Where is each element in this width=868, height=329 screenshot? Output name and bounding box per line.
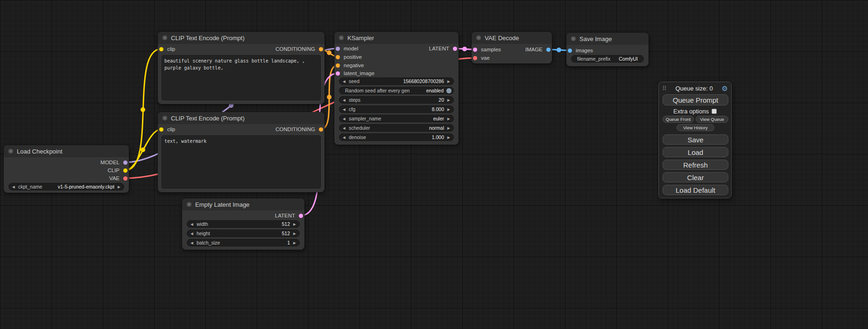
widget-left-arrow-icon[interactable]: ◀ — [187, 239, 197, 246]
latent-output-dot[interactable] — [299, 214, 303, 218]
input-slot-label: clip — [167, 126, 175, 132]
vae-output-dot[interactable] — [123, 176, 127, 181]
widget-right-arrow-icon[interactable]: ▶ — [444, 115, 453, 122]
clip-input-dot[interactable] — [159, 127, 163, 132]
node-collapse-dot[interactable] — [162, 116, 167, 120]
output-slot-label: LATENT — [429, 46, 449, 51]
negative-input-dot[interactable] — [336, 63, 340, 68]
node-collapse-dot[interactable] — [8, 149, 13, 154]
images-input-dot[interactable] — [568, 49, 572, 53]
widget-value: normal — [429, 125, 444, 131]
widget-left-arrow-icon[interactable]: ◀ — [339, 106, 349, 113]
node-title: Empty Latent Image — [195, 201, 249, 208]
widget-right-arrow-icon[interactable]: ▶ — [444, 78, 453, 85]
negative-prompt-textarea[interactable]: text, watermark — [162, 135, 321, 189]
model-input-dot[interactable] — [336, 47, 340, 51]
output-slot-label: MODEL — [100, 160, 120, 165]
widget-value: 512 — [282, 231, 290, 236]
widget-right-arrow-icon[interactable]: ▶ — [444, 97, 453, 104]
view-queue-button[interactable]: View Queue — [696, 116, 728, 123]
refresh-button[interactable]: Refresh — [663, 160, 728, 170]
ckpt-name-widget[interactable]: ◀ ckpt_name v1-5-pruned-emaonly.ckpt ▶ — [8, 183, 124, 190]
positive-prompt-textarea[interactable]: beautiful scenery nature glass bottle la… — [162, 55, 321, 100]
batch-size-widget[interactable]: ◀ batch_size 1 ▶ — [187, 239, 300, 246]
widget-left-arrow-icon[interactable]: ◀ — [339, 115, 349, 122]
node-title-bar[interactable]: CLIP Text Encode (Prompt) — [158, 112, 325, 124]
drag-handle-icon[interactable]: ⠿ — [662, 85, 667, 92]
widget-left-arrow-icon[interactable]: ◀ — [187, 221, 197, 228]
seed-widget[interactable]: ◀ seed 156680208700286 ▶ — [339, 77, 454, 85]
node-collapse-dot[interactable] — [162, 35, 167, 40]
node-collapse-dot[interactable] — [571, 36, 576, 41]
settings-gear-icon[interactable]: ⚙ — [722, 85, 728, 92]
node-clip-text-encode-positive[interactable]: CLIP Text Encode (Prompt) clip CONDITION… — [158, 32, 325, 104]
random-seed-toggle-widget[interactable]: Random seed after every gen enabled — [339, 87, 454, 94]
image-output-dot[interactable] — [546, 48, 550, 52]
node-collapse-dot[interactable] — [187, 202, 191, 207]
sampler-name-widget[interactable]: ◀ sampler_name euler ▶ — [339, 115, 454, 122]
widget-left-arrow-icon[interactable]: ◀ — [339, 78, 349, 85]
widget-right-arrow-icon[interactable]: ▶ — [290, 230, 299, 237]
queue-prompt-button[interactable]: Queue Prompt — [663, 94, 728, 105]
node-title-bar[interactable]: Save Image — [566, 33, 649, 45]
clip-input-dot[interactable] — [159, 47, 163, 51]
node-title-bar[interactable]: VAE Decode — [472, 32, 552, 44]
node-title-bar[interactable]: Load Checkpoint — [4, 145, 129, 157]
load-button[interactable]: Load — [663, 147, 728, 157]
widget-right-arrow-icon[interactable]: ▶ — [290, 239, 299, 246]
view-history-button[interactable]: View History — [677, 124, 714, 131]
node-title-bar[interactable]: KSampler — [334, 32, 459, 44]
node-ksampler[interactable]: KSampler model LATENT positive negative … — [334, 32, 459, 145]
graph-canvas[interactable]: Load Checkpoint MODEL CLIP VAE ◀ ckpt_na… — [0, 0, 868, 329]
widget-left-arrow-icon[interactable]: ◀ — [339, 125, 349, 132]
widget-right-arrow-icon[interactable]: ▶ — [444, 134, 453, 141]
positive-input-dot[interactable] — [336, 55, 340, 59]
node-load-checkpoint[interactable]: Load Checkpoint MODEL CLIP VAE ◀ ckpt_na… — [4, 145, 129, 193]
model-output-dot[interactable] — [123, 161, 127, 165]
scheduler-widget[interactable]: ◀ scheduler normal ▶ — [339, 124, 454, 132]
node-empty-latent-image[interactable]: Empty Latent Image LATENT ◀ width 512 ▶ … — [182, 198, 304, 250]
node-title-bar[interactable]: Empty Latent Image — [182, 198, 304, 210]
extra-options-checkbox[interactable] — [712, 109, 717, 114]
node-save-image[interactable]: Save Image images filename_prefix ComfyU… — [566, 33, 649, 66]
latent-image-input-dot[interactable] — [336, 71, 340, 76]
slot-row: positive — [334, 53, 459, 61]
slot-row: vae — [472, 54, 552, 62]
node-title-bar[interactable]: CLIP Text Encode (Prompt) — [158, 32, 325, 44]
height-widget[interactable]: ◀ height 512 ▶ — [187, 230, 300, 237]
comfy-menu-panel: ⠿ Queue size: 0 ⚙ Queue Prompt Extra opt… — [658, 82, 732, 198]
load-default-button[interactable]: Load Default — [663, 185, 728, 195]
latent-output-dot[interactable] — [453, 47, 457, 51]
steps-widget[interactable]: ◀ steps 20 ▶ — [339, 96, 454, 104]
widget-value: 156680208700286 — [403, 78, 444, 84]
toggle-knob[interactable] — [446, 88, 452, 93]
node-clip-text-encode-negative[interactable]: CLIP Text Encode (Prompt) clip CONDITION… — [158, 112, 325, 192]
width-widget[interactable]: ◀ width 512 ▶ — [187, 220, 300, 228]
conditioning-output-dot[interactable] — [319, 47, 323, 51]
widget-value: ComfyUI — [619, 56, 638, 62]
widget-left-arrow-icon[interactable]: ◀ — [339, 97, 349, 104]
samples-input-dot[interactable] — [473, 48, 477, 52]
widget-right-arrow-icon[interactable]: ▶ — [444, 125, 453, 132]
widget-left-arrow-icon[interactable]: ◀ — [9, 183, 18, 190]
node-vae-decode[interactable]: VAE Decode samples IMAGE vae — [472, 32, 552, 63]
node-collapse-dot[interactable] — [476, 35, 481, 40]
wire-ksampler-latent-midpoint-dot — [462, 47, 467, 51]
vae-input-dot[interactable] — [473, 56, 477, 60]
conditioning-output-dot[interactable] — [319, 127, 323, 132]
node-collapse-dot[interactable] — [339, 35, 344, 40]
save-button[interactable]: Save — [663, 134, 728, 145]
widget-left-arrow-icon[interactable]: ◀ — [187, 230, 197, 237]
widget-right-arrow-icon[interactable]: ▶ — [290, 221, 299, 228]
widget-left-arrow-icon[interactable]: ◀ — [339, 134, 349, 141]
input-slot-label: vae — [481, 55, 490, 61]
denoise-widget[interactable]: ◀ denoise 1.000 ▶ — [339, 133, 454, 141]
widget-right-arrow-icon[interactable]: ▶ — [114, 183, 124, 190]
clear-button[interactable]: Clear — [663, 172, 728, 182]
cfg-widget[interactable]: ◀ cfg 8.000 ▶ — [339, 105, 454, 113]
widget-right-arrow-icon[interactable]: ▶ — [444, 106, 453, 113]
queue-front-button[interactable]: Queue Front — [663, 116, 694, 123]
filename-prefix-widget[interactable]: filename_prefix ComfyUI — [571, 55, 644, 63]
input-slot-label: negative — [344, 63, 364, 68]
clip-output-dot[interactable] — [123, 168, 127, 173]
